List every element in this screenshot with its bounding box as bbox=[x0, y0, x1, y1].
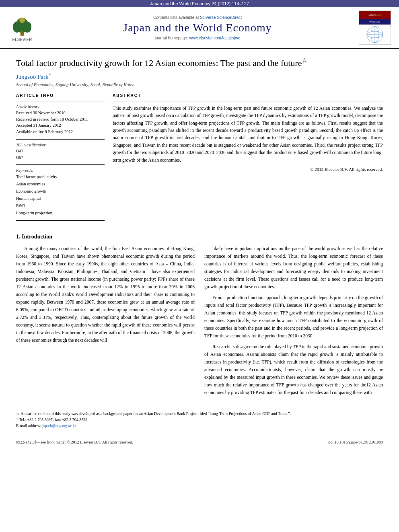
jel-code-1: O47 bbox=[16, 148, 105, 154]
affiliation: School of Economics, Sogang University, … bbox=[16, 82, 383, 87]
journal-header-center: Contents lists available at SciVerse Sci… bbox=[36, 15, 359, 40]
keywords-section: Keywords: Total factor productivity Asia… bbox=[16, 168, 105, 216]
abstract-column: ABSTRACT This study examines the importa… bbox=[113, 93, 383, 224]
keyword-2: Asian economies bbox=[16, 181, 105, 188]
footnote-email: E-mail address: jspark@sogang.ac.kr bbox=[16, 423, 383, 429]
abstract-divider bbox=[113, 101, 383, 101]
journal-cover: Japan uble WORLD bbox=[359, 10, 391, 45]
history-label: Article history: bbox=[16, 105, 105, 109]
divider-2 bbox=[16, 139, 105, 140]
jel-classification: JEL classification: O47 O57 bbox=[16, 143, 105, 161]
copyright-text: © 2012 Elsevier B.V. All rights reserved… bbox=[113, 166, 383, 173]
journal-citation-bar: Japan and the World Economy 24 (2012) 11… bbox=[0, 0, 399, 7]
keyword-5: R&D bbox=[16, 202, 105, 210]
body-section-1: 1. Introduction Among the many countries… bbox=[16, 234, 383, 428]
divider-4 bbox=[16, 220, 105, 221]
body-paragraph-right-1: likely have important implications on th… bbox=[204, 245, 383, 291]
main-content: Total factor productivity growth for 12 … bbox=[0, 49, 399, 437]
elsevier-logo: ELSEVIER bbox=[8, 13, 36, 42]
keywords-list: Total factor productivity Asian economie… bbox=[16, 173, 105, 216]
section-1-heading: 1. Introduction bbox=[16, 234, 383, 240]
jel-label: JEL classification: bbox=[16, 143, 105, 147]
body-paragraph-right-2: From a production function approach, lon… bbox=[204, 294, 383, 340]
abstract-label: ABSTRACT bbox=[113, 93, 383, 98]
keyword-1: Total factor productivity bbox=[16, 173, 105, 181]
journal-header: ELSEVIER Contents lists available at Sci… bbox=[0, 7, 399, 49]
article-history: Article history: Received 30 November 20… bbox=[16, 105, 105, 135]
body-right-column: likely have important implications on th… bbox=[204, 245, 383, 399]
sciverse-line: Contents lists available at SciVerse Sci… bbox=[36, 15, 359, 20]
article-info-abstract-section: ARTICLE INFO Article history: Received 3… bbox=[16, 93, 383, 224]
jel-code-2: O57 bbox=[16, 154, 105, 161]
article-info-label: ARTICLE INFO bbox=[16, 93, 105, 98]
body-paragraph-1: Among the many countries of the world, t… bbox=[16, 245, 195, 344]
received-date: Received 30 November 2010 bbox=[16, 110, 105, 116]
svg-rect-4 bbox=[21, 31, 23, 34]
available-date: Available online 9 February 2012 bbox=[16, 129, 105, 135]
divider-3 bbox=[16, 164, 105, 165]
author-name: Jungsoo Park* bbox=[16, 72, 383, 80]
body-paragraph-right-3: Researchers disagree on the role played … bbox=[204, 343, 383, 396]
divider-1 bbox=[16, 101, 105, 101]
received-revised-date: Received in revised form 18 October 2011 bbox=[16, 116, 105, 123]
journal-title: Japan and the World Economy bbox=[36, 21, 359, 34]
homepage-url: www.elsevier.com/locate/jwe bbox=[189, 36, 240, 40]
keywords-label: Keywords: bbox=[16, 168, 105, 173]
journal-homepage: journal homepage: www.elsevier.com/locat… bbox=[36, 36, 359, 40]
email-address: jspark@sogang.ac.kr bbox=[42, 423, 76, 428]
footnote-star: ☆ An earlier version of this study was d… bbox=[16, 411, 383, 417]
footnote-author: * Tel.: +82 2 705 8697; fax: +82 2 704 8… bbox=[16, 417, 383, 423]
doi-line: doi:10.1016/j.japwor.2012.01.009 bbox=[328, 440, 383, 444]
keyword-6: Long-term projection bbox=[16, 210, 105, 217]
abstract-text: This study examines the importance of TF… bbox=[113, 105, 383, 164]
body-two-column: Among the many countries of the world, t… bbox=[16, 245, 383, 399]
body-left-column: Among the many countries of the world, t… bbox=[16, 245, 195, 399]
accepted-date: Accepted 31 January 2012 bbox=[16, 122, 105, 129]
svg-point-5 bbox=[19, 17, 25, 23]
svg-point-3 bbox=[23, 22, 32, 33]
citation-text: Japan and the World Economy 24 (2012) 11… bbox=[150, 1, 249, 6]
article-title: Total factor productivity growth for 12 … bbox=[16, 57, 383, 69]
footnotes: ☆ An earlier version of this study was d… bbox=[16, 408, 383, 429]
title-star: ☆ bbox=[302, 57, 307, 64]
issn-line: 0922-1425/$ – see front matter © 2012 El… bbox=[16, 440, 133, 444]
svg-point-2 bbox=[13, 22, 21, 33]
sciverse-link[interactable]: SciVerse ScienceDirect bbox=[200, 15, 242, 20]
keyword-4: Human capital bbox=[16, 195, 105, 202]
elsevier-wordmark: ELSEVIER bbox=[12, 37, 32, 42]
page-bottom: 0922-1425/$ – see front matter © 2012 El… bbox=[0, 440, 399, 444]
article-info-column: ARTICLE INFO Article history: Received 3… bbox=[16, 93, 105, 224]
keyword-3: Economic growth bbox=[16, 188, 105, 195]
elsevier-tree-icon bbox=[8, 13, 36, 37]
